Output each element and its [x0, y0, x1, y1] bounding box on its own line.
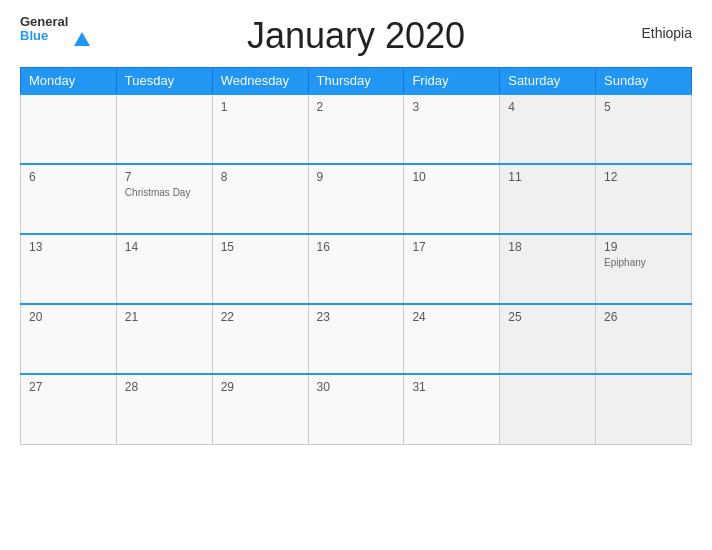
day-number: 7	[125, 170, 204, 184]
day-number: 16	[317, 240, 396, 254]
day-number: 10	[412, 170, 491, 184]
weekday-header-tuesday: Tuesday	[116, 68, 212, 95]
calendar-cell: 28	[116, 374, 212, 444]
calendar-cell: 23	[308, 304, 404, 374]
day-number: 4	[508, 100, 587, 114]
calendar-cell	[596, 374, 692, 444]
calendar-cell: 13	[21, 234, 117, 304]
day-number: 27	[29, 380, 108, 394]
calendar-cell: 26	[596, 304, 692, 374]
calendar-cell: 25	[500, 304, 596, 374]
calendar-cell: 27	[21, 374, 117, 444]
event-label: Christmas Day	[125, 187, 204, 198]
day-number: 8	[221, 170, 300, 184]
calendar-cell: 16	[308, 234, 404, 304]
day-number: 22	[221, 310, 300, 324]
day-number: 11	[508, 170, 587, 184]
calendar-cell: 8	[212, 164, 308, 234]
logo-triangle-icon	[74, 32, 90, 46]
day-number: 12	[604, 170, 683, 184]
calendar-cell: 9	[308, 164, 404, 234]
calendar-cell: 14	[116, 234, 212, 304]
calendar-cell	[500, 374, 596, 444]
day-number: 6	[29, 170, 108, 184]
country-label: Ethiopia	[641, 25, 692, 41]
day-number: 19	[604, 240, 683, 254]
calendar-title: January 2020	[247, 15, 465, 57]
event-label: Epiphany	[604, 257, 683, 268]
day-number: 1	[221, 100, 300, 114]
calendar-cell: 2	[308, 94, 404, 164]
calendar-cell: 30	[308, 374, 404, 444]
calendar-cell: 5	[596, 94, 692, 164]
calendar-week-row: 2728293031	[21, 374, 692, 444]
day-number: 9	[317, 170, 396, 184]
calendar-cell: 21	[116, 304, 212, 374]
weekday-header-saturday: Saturday	[500, 68, 596, 95]
day-number: 25	[508, 310, 587, 324]
day-number: 5	[604, 100, 683, 114]
calendar-cell: 18	[500, 234, 596, 304]
day-number: 17	[412, 240, 491, 254]
calendar-cell: 20	[21, 304, 117, 374]
calendar-cell: 4	[500, 94, 596, 164]
logo: General Blue	[20, 15, 68, 44]
weekday-header-friday: Friday	[404, 68, 500, 95]
calendar-cell: 29	[212, 374, 308, 444]
calendar-cell	[116, 94, 212, 164]
day-number: 28	[125, 380, 204, 394]
weekday-header-sunday: Sunday	[596, 68, 692, 95]
calendar-week-row: 12345	[21, 94, 692, 164]
calendar-week-row: 20212223242526	[21, 304, 692, 374]
day-number: 13	[29, 240, 108, 254]
day-number: 15	[221, 240, 300, 254]
calendar-cell: 10	[404, 164, 500, 234]
day-number: 2	[317, 100, 396, 114]
weekday-header-wednesday: Wednesday	[212, 68, 308, 95]
weekday-header-monday: Monday	[21, 68, 117, 95]
calendar-cell: 17	[404, 234, 500, 304]
day-number: 26	[604, 310, 683, 324]
calendar-cell	[21, 94, 117, 164]
calendar-cell: 6	[21, 164, 117, 234]
calendar-cell: 15	[212, 234, 308, 304]
calendar-container: General Blue January 2020 Ethiopia Monda…	[0, 0, 712, 550]
calendar-cell: 1	[212, 94, 308, 164]
day-number: 30	[317, 380, 396, 394]
calendar-cell: 12	[596, 164, 692, 234]
calendar-cell: 11	[500, 164, 596, 234]
calendar-cell: 22	[212, 304, 308, 374]
calendar-header-row: MondayTuesdayWednesdayThursdayFridaySatu…	[21, 68, 692, 95]
logo-blue-text: Blue	[20, 29, 48, 43]
calendar-week-row: 67Christmas Day89101112	[21, 164, 692, 234]
calendar-cell: 19Epiphany	[596, 234, 692, 304]
day-number: 14	[125, 240, 204, 254]
logo-general-text: General	[20, 15, 68, 29]
calendar-cell: 3	[404, 94, 500, 164]
calendar-cell: 24	[404, 304, 500, 374]
day-number: 20	[29, 310, 108, 324]
day-number: 23	[317, 310, 396, 324]
calendar-cell: 7Christmas Day	[116, 164, 212, 234]
day-number: 24	[412, 310, 491, 324]
day-number: 21	[125, 310, 204, 324]
calendar-grid: MondayTuesdayWednesdayThursdayFridaySatu…	[20, 67, 692, 445]
weekday-header-thursday: Thursday	[308, 68, 404, 95]
day-number: 29	[221, 380, 300, 394]
calendar-cell: 31	[404, 374, 500, 444]
calendar-body: 1234567Christmas Day89101112131415161718…	[21, 94, 692, 444]
calendar-header: General Blue January 2020 Ethiopia	[20, 15, 692, 57]
day-number: 18	[508, 240, 587, 254]
day-number: 31	[412, 380, 491, 394]
day-number: 3	[412, 100, 491, 114]
calendar-week-row: 13141516171819Epiphany	[21, 234, 692, 304]
